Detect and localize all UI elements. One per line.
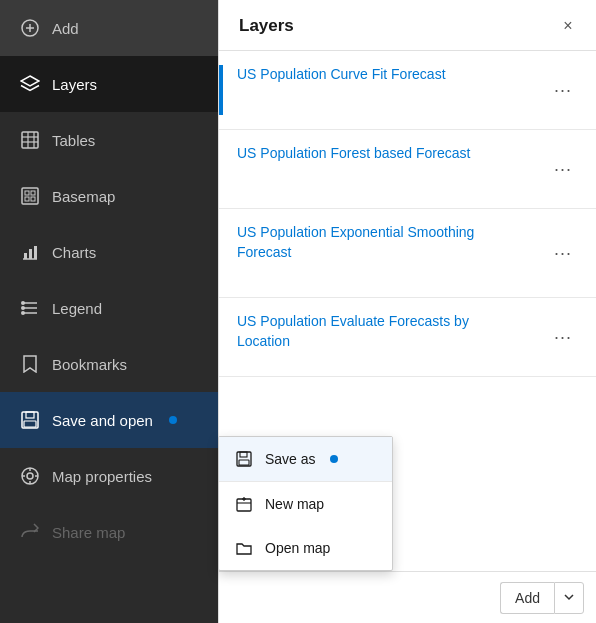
dropdown-item-label: Save as	[265, 451, 316, 467]
floppy-icon	[235, 450, 253, 468]
layers-icon	[20, 74, 40, 94]
table-row[interactable]: US Population Curve Fit Forecast ···	[219, 51, 596, 130]
svg-point-20	[21, 301, 25, 305]
layer-accent	[219, 65, 223, 115]
svg-rect-12	[31, 197, 35, 201]
svg-rect-15	[29, 249, 32, 259]
layer-spacer	[219, 223, 223, 283]
add-button-group: Add	[500, 582, 584, 614]
save-open-dropdown: Save as New map Open map	[218, 436, 393, 571]
sidebar: Add Layers Tables	[0, 0, 218, 623]
share-map-icon	[20, 522, 40, 542]
add-main-button[interactable]: Add	[500, 582, 554, 614]
layer-more-button[interactable]: ···	[546, 243, 580, 264]
plus-circle-icon	[20, 18, 40, 38]
panel-toolbar: Add	[219, 571, 596, 623]
panel-title: Layers	[239, 16, 294, 36]
dropdown-item-new-map[interactable]: New map	[219, 482, 392, 526]
table-row[interactable]: US Population Exponential Smoothing Fore…	[219, 209, 596, 298]
layer-more-button[interactable]: ···	[546, 80, 580, 101]
charts-icon	[20, 242, 40, 262]
svg-point-21	[21, 306, 25, 310]
layer-name: US Population Exponential Smoothing Fore…	[237, 223, 507, 262]
dropdown-item-label: New map	[265, 496, 324, 512]
new-map-icon	[235, 495, 253, 513]
close-button[interactable]: ×	[556, 14, 580, 38]
sidebar-item-charts[interactable]: Charts	[0, 224, 218, 280]
layer-item-content: US Population Evaluate Forecasts by Loca…	[219, 312, 507, 362]
sidebar-item-share-map[interactable]: Share map	[0, 504, 218, 560]
sidebar-item-legend[interactable]: Legend	[0, 280, 218, 336]
sidebar-item-layers[interactable]: Layers	[0, 56, 218, 112]
add-dropdown-button[interactable]	[554, 582, 584, 614]
dropdown-item-save-as[interactable]: Save as	[219, 437, 392, 482]
layer-more-button[interactable]: ···	[546, 159, 580, 180]
map-properties-icon	[20, 466, 40, 486]
layer-item-content: US Population Forest based Forecast	[219, 144, 470, 194]
sidebar-item-label: Layers	[52, 76, 97, 93]
svg-rect-3	[22, 132, 38, 148]
svg-rect-34	[240, 452, 247, 457]
save-open-icon	[20, 410, 40, 430]
panel-header: Layers ×	[219, 0, 596, 51]
layer-item-content: US Population Exponential Smoothing Fore…	[219, 223, 507, 283]
svg-point-22	[21, 311, 25, 315]
layer-spacer	[219, 144, 223, 194]
svg-rect-16	[34, 246, 37, 259]
layer-name: US Population Forest based Forecast	[237, 144, 470, 164]
svg-rect-8	[22, 188, 38, 204]
sidebar-item-label: Add	[52, 20, 79, 37]
sidebar-item-tables[interactable]: Tables	[0, 112, 218, 168]
sidebar-item-bookmarks[interactable]: Bookmarks	[0, 336, 218, 392]
svg-point-27	[27, 473, 33, 479]
svg-rect-9	[25, 191, 29, 195]
chevron-down-icon	[564, 594, 574, 601]
open-map-icon	[235, 539, 253, 557]
sidebar-item-map-properties[interactable]: Map properties	[0, 448, 218, 504]
legend-icon	[20, 298, 40, 318]
sidebar-item-label: Basemap	[52, 188, 115, 205]
layer-more-button[interactable]: ···	[546, 327, 580, 348]
svg-rect-24	[26, 412, 34, 418]
save-as-dot	[330, 455, 338, 463]
sidebar-item-label: Bookmarks	[52, 356, 127, 373]
table-icon	[20, 130, 40, 150]
sidebar-item-label: Map properties	[52, 468, 152, 485]
sidebar-item-label: Legend	[52, 300, 102, 317]
sidebar-item-label: Share map	[52, 524, 125, 541]
table-row[interactable]: US Population Forest based Forecast ···	[219, 130, 596, 209]
svg-rect-25	[24, 421, 36, 427]
layer-item-content: US Population Curve Fit Forecast	[219, 65, 446, 115]
sidebar-item-add[interactable]: Add	[0, 0, 218, 56]
sidebar-item-basemap[interactable]: Basemap	[0, 168, 218, 224]
svg-rect-35	[239, 460, 249, 465]
table-row[interactable]: US Population Evaluate Forecasts by Loca…	[219, 298, 596, 377]
sidebar-item-label: Charts	[52, 244, 96, 261]
svg-rect-14	[24, 253, 27, 259]
sidebar-item-label: Tables	[52, 132, 95, 149]
layer-spacer	[219, 312, 223, 362]
layer-name: US Population Curve Fit Forecast	[237, 65, 446, 85]
layer-name: US Population Evaluate Forecasts by Loca…	[237, 312, 507, 351]
dropdown-item-label: Open map	[265, 540, 330, 556]
basemap-icon	[20, 186, 40, 206]
svg-rect-11	[25, 197, 29, 201]
sidebar-item-save-open[interactable]: Save and open	[0, 392, 218, 448]
bookmarks-icon	[20, 354, 40, 374]
sidebar-item-label: Save and open	[52, 412, 153, 429]
save-open-dot	[169, 416, 177, 424]
svg-rect-10	[31, 191, 35, 195]
dropdown-item-open-map[interactable]: Open map	[219, 526, 392, 570]
